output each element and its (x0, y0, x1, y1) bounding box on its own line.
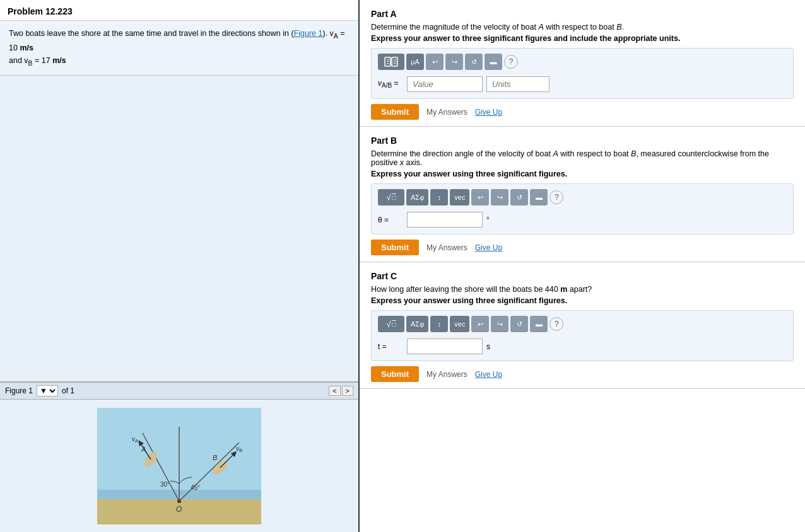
toolbar-matrix-btn[interactable] (378, 54, 404, 70)
part-a-my-answers[interactable]: My Answers (426, 108, 467, 117)
boat-a-italic: A (538, 23, 543, 32)
part-b-instruction: Determine the direction angle of the vel… (371, 149, 794, 167)
part-c-give-up[interactable]: Give Up (475, 370, 502, 379)
figure-panel: Figure 1 ▼ of 1 < > O (0, 381, 358, 532)
part-b-title: Part B (371, 136, 794, 146)
part-b-input-label: θ = (378, 216, 403, 224)
toolbar-help-btn[interactable]: ? (504, 55, 518, 69)
part-a-answer-box: μA ↩ ↪ ↺ ▬ ? vA/B = (371, 48, 794, 99)
figure-next-btn[interactable]: > (342, 386, 353, 396)
part-b-refresh-btn[interactable]: ↺ (510, 189, 528, 205)
part-b-sqrt-btn[interactable]: √□ (378, 189, 404, 205)
figure-svg: O 30° 45° A vA (97, 408, 261, 524)
problem-description: Two boats leave the shore at the same ti… (0, 21, 358, 76)
part-c-time-input[interactable] (407, 338, 483, 354)
part-a-section: Part A Determine the magnitude of the ve… (360, 0, 805, 127)
part-c-input-row: t = s (378, 337, 787, 356)
part-c-answer-box: √□ ΑΣφ ↕ vec ↩ ↪ ↺ ▬ ? t = s (371, 310, 794, 361)
vb-label: and vB = 17 m/s (9, 56, 66, 65)
part-a-units-input[interactable] (486, 76, 549, 92)
part-a-toolbar: μA ↩ ↪ ↺ ▬ ? (378, 54, 787, 70)
part-c-sqrt-btn[interactable]: √□ (378, 316, 404, 332)
part-b-section: Part B Determine the direction angle of … (360, 127, 805, 262)
part-c-arrows-btn[interactable]: ↕ (430, 316, 448, 332)
part-a-give-up[interactable]: Give Up (475, 108, 502, 117)
part-b-undo-btn[interactable]: ↩ (471, 189, 489, 205)
part-b-vec-btn[interactable]: vec (450, 189, 469, 205)
svg-text:B: B (213, 454, 217, 461)
part-b-keyboard-btn[interactable]: ▬ (530, 189, 548, 205)
part-c-vec-btn[interactable]: vec (450, 316, 469, 332)
part-a-input-label: vA/B = (378, 79, 403, 89)
figure-of-label: of 1 (62, 386, 74, 395)
problem-title: Problem 12.223 (0, 0, 358, 21)
part-c-keyboard-btn[interactable]: ▬ (530, 316, 548, 332)
toolbar-redo-btn[interactable]: ↪ (445, 54, 463, 70)
part-b-answer-box: √□ ΑΣφ ↕ vec ↩ ↪ ↺ ▬ ? θ = ° (371, 183, 794, 234)
part-a-express: Express your answer to three significant… (371, 34, 794, 43)
part-b-give-up[interactable]: Give Up (475, 243, 502, 252)
part-a-instruction: Determine the magnitude of the velocity … (371, 23, 794, 32)
part-c-title: Part C (371, 271, 794, 281)
left-panel: Problem 12.223 Two boats leave the shore… (0, 0, 360, 532)
part-c-my-answers[interactable]: My Answers (426, 370, 467, 379)
part-c-help-btn[interactable]: ? (549, 317, 563, 331)
part-b-submit-row: Submit My Answers Give Up (371, 240, 794, 255)
part-b-input-row: θ = ° (378, 211, 787, 229)
toolbar-refresh-btn[interactable]: ↺ (465, 54, 483, 70)
va-subscript: A (334, 33, 338, 40)
part-c-redo-btn[interactable]: ↪ (491, 316, 508, 332)
svg-text:45°: 45° (191, 484, 200, 491)
vb-subscript: B (28, 60, 33, 67)
part-c-toolbar: √□ ΑΣφ ↕ vec ↩ ↪ ↺ ▬ ? (378, 316, 787, 332)
toolbar-keyboard-btn[interactable]: ▬ (485, 54, 502, 70)
part-b-my-answers[interactable]: My Answers (426, 243, 467, 252)
part-a-submit-row: Submit My Answers Give Up (371, 104, 794, 120)
figure-link[interactable]: Figure 1 (294, 29, 323, 38)
part-c-input-label: t = (378, 342, 403, 351)
part-c-section: Part C How long after leaving the shore … (360, 262, 805, 389)
degree-symbol: ° (486, 216, 490, 224)
svg-text:O: O (176, 505, 182, 514)
part-b-toolbar: √□ ΑΣφ ↕ vec ↩ ↪ ↺ ▬ ? (378, 189, 787, 205)
part-c-unit: m (560, 285, 567, 294)
part-c-submit-row: Submit My Answers Give Up (371, 366, 794, 382)
left-content (0, 76, 358, 381)
part-c-submit-btn[interactable]: Submit (371, 366, 419, 382)
part-c-sigma-btn[interactable]: ΑΣφ (406, 316, 428, 332)
desc-text-2: ). (323, 29, 330, 38)
svg-text:A: A (141, 446, 146, 453)
figure-navigation: < > (329, 386, 353, 396)
part-b-arrows-btn[interactable]: ↕ (430, 189, 448, 205)
part-b-redo-btn[interactable]: ↪ (491, 189, 508, 205)
part-c-express: Express your answer using three signific… (371, 296, 794, 305)
figure-prev-btn[interactable]: < (329, 386, 340, 396)
figure-label: Figure 1 (5, 386, 33, 395)
part-c-refresh-btn[interactable]: ↺ (510, 316, 528, 332)
right-panel: Part A Determine the magnitude of the ve… (360, 0, 805, 532)
part-a-input-row: vA/B = (378, 75, 787, 93)
figure-image: O 30° 45° A vA (0, 400, 358, 532)
part-a-title: Part A (371, 9, 794, 19)
toolbar-mu-btn[interactable]: μA (406, 54, 424, 70)
figure-header: Figure 1 ▼ of 1 < > (0, 382, 358, 400)
svg-text:30°: 30° (160, 481, 170, 488)
boat-b-italic: B (616, 23, 621, 32)
part-b-angle-input[interactable] (407, 212, 483, 228)
part-c-unit-s: s (486, 342, 490, 351)
part-c-undo-btn[interactable]: ↩ (471, 316, 489, 332)
toolbar-undo-btn[interactable]: ↩ (426, 54, 444, 70)
figure-select[interactable]: ▼ (37, 385, 58, 396)
desc-text-1: Two boats leave the shore at the same ti… (9, 29, 294, 38)
part-b-express: Express your answer using three signific… (371, 170, 794, 178)
part-c-instruction: How long after leaving the shore will th… (371, 285, 794, 294)
part-b-sigma-btn[interactable]: ΑΣφ (406, 189, 428, 205)
part-a-submit-btn[interactable]: Submit (371, 104, 419, 120)
part-b-submit-btn[interactable]: Submit (371, 240, 419, 255)
part-b-help-btn[interactable]: ? (549, 190, 563, 204)
part-a-value-input[interactable] (407, 76, 483, 92)
